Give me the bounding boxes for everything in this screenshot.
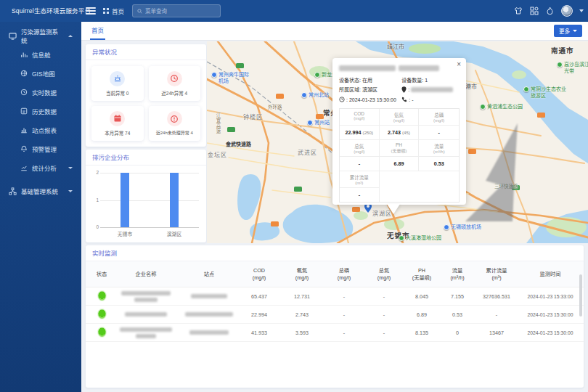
company-name-redacted [125, 312, 167, 317]
topbar-actions [513, 0, 584, 22]
monitor-system-icon [9, 32, 17, 40]
device-count-label: 设备数量: [401, 75, 423, 85]
abnormal-cards: 当前异常 0 近24h异常 4 本月异常 74 [86, 60, 206, 147]
globe-icon [20, 70, 28, 77]
user-menu-chevron-down-icon[interactable] [579, 9, 584, 12]
flame-icon[interactable] [545, 7, 555, 16]
tab-bar: 首页 更多 [81, 22, 588, 41]
status-dot-green [98, 327, 106, 337]
chevron-down-icon [68, 190, 73, 192]
y-tick: 1 [91, 197, 99, 203]
status-dot-green [98, 291, 106, 301]
realtime-monitor-panel: 实时监测 状态 企业名称 站点 COD(mg/l) 氨氮(mg/l) 总磷(mg… [86, 245, 584, 388]
region-value: 滨湖区 [362, 85, 377, 94]
card-24h-abnormal[interactable]: 近24h异常 4 [149, 66, 201, 101]
enterprise-chart-panel: 排污企业分布 2 1 0 无锡市 滨湖区 [86, 150, 206, 242]
layout-widgets-icon[interactable] [529, 7, 539, 16]
user-avatar[interactable] [561, 5, 573, 17]
chevron-up-icon [68, 35, 73, 37]
table-row[interactable]: 22.994 2.743 - - 6.89 0.53 - 2024-01-23 … [86, 306, 584, 324]
search-icon [137, 8, 142, 15]
bar-wuxi [121, 173, 129, 227]
app-logo: Squirrel生态环境云服务平台 [12, 0, 91, 22]
device-count-value: 1 [425, 75, 428, 85]
hamburger-menu-icon[interactable] [86, 6, 96, 16]
map-canvas[interactable]: 靖江市 南通市 高沙岛滨江风光带 常州奔牛国际机场 新龙生态林 常阴沙生态农业旅… [207, 41, 588, 243]
monitor-table-header: 状态 企业名称 站点 COD(mg/l) 氨氮(mg/l) 总磷(mg/l) 总… [86, 261, 584, 287]
sidebar-section-label: 污染源监测系统 [21, 27, 64, 44]
table-row[interactable]: 41.933 3.593 - - 8.135 0 13467 2024-01-2… [86, 324, 584, 342]
siren-icon [110, 71, 125, 86]
popup-title-redacted [339, 65, 460, 71]
abnormal-panel-title: 异常状况 [86, 44, 206, 60]
table-row[interactable]: 65.437 12.731 - - 8.045 7.155 327636.531… [86, 287, 584, 306]
breadcrumb-home[interactable]: 首页 [103, 0, 124, 22]
sidebar-item-alert-manage[interactable]: 预警管理 [0, 139, 81, 158]
line-chart-icon [20, 164, 28, 171]
region-label: 所属区域: [339, 85, 361, 94]
calendar-icon [110, 111, 125, 126]
tab-home[interactable]: 首页 [89, 22, 107, 40]
y-tick: 2 [91, 170, 99, 175]
device-info-popup: × 设备状态: 在用 设备数量: 1 [332, 58, 466, 205]
bar-binhu [170, 173, 179, 227]
exclamation-circle-icon [167, 111, 182, 126]
monitor-panel-title: 实时监测 [86, 245, 584, 261]
chevron-down-icon [573, 30, 577, 32]
company-name-redacted [112, 327, 180, 338]
report-chart-icon [20, 126, 28, 134]
x-axis-labels: 无锡市 滨湖区 [100, 230, 199, 237]
topbar: Squirrel生态环境云服务平台 首页 [0, 0, 588, 22]
sidebar: 污染源监测系统 信息舱 GIS地图 实时数据 历史数据 站点报表 预警管理 [0, 22, 81, 392]
vertical-scrollbar[interactable] [579, 274, 582, 317]
menu-search[interactable] [132, 4, 221, 17]
chart-panel-title: 排污企业分布 [86, 150, 206, 166]
company-name-redacted [112, 291, 180, 302]
status-dot-green [98, 309, 106, 319]
search-input[interactable] [145, 8, 216, 15]
location-pin-icon [401, 86, 407, 93]
breadcrumb-home-label: 首页 [112, 7, 124, 15]
station-name-redacted [191, 294, 227, 298]
sidebar-section-pollution-monitor[interactable]: 污染源监测系统 [0, 26, 81, 45]
clock-icon [339, 97, 345, 102]
sidebar-item-station-report[interactable]: 站点报表 [0, 121, 81, 139]
history-icon [20, 107, 28, 115]
more-button[interactable]: 更多 [554, 25, 582, 37]
popup-phone: : - [409, 95, 413, 105]
abnormal-panel: 异常状况 当前异常 0 近24h异常 4 [86, 44, 206, 147]
clock-alert-icon [167, 71, 182, 86]
theme-skin-icon[interactable] [513, 7, 523, 16]
clock-icon [20, 89, 28, 96]
station-name-redacted [189, 330, 229, 335]
sidebar-item-statistics[interactable]: 统计分析 [0, 158, 81, 177]
card-month-abnormal[interactable]: 本月异常 74 [91, 106, 144, 141]
grid-icon [103, 8, 109, 14]
y-tick: 0 [91, 224, 99, 229]
sidebar-section-base-manage[interactable]: 基础管理系统 [0, 181, 81, 200]
sidebar-item-gis-map[interactable]: GIS地图 [0, 64, 81, 83]
address-redacted [411, 87, 453, 92]
card-24h-unhandled-abnormal[interactable]: 近24h未处理异常 4 [149, 106, 201, 141]
sidebar-item-realtime-data[interactable]: 实时数据 [0, 83, 81, 102]
card-current-abnormal[interactable]: 当前异常 0 [91, 66, 144, 101]
close-icon[interactable]: × [457, 60, 461, 68]
bell-icon [20, 145, 28, 152]
sidebar-item-history-data[interactable]: 历史数据 [0, 102, 81, 121]
station-name-redacted [185, 312, 233, 317]
popup-time: : 2024-01-23 15:30:00 [346, 95, 396, 105]
tab-active-underline [90, 38, 105, 40]
device-status-label: 设备状态: [339, 75, 361, 85]
phone-icon [401, 97, 407, 102]
chevron-down-icon [68, 167, 73, 169]
app-root: Squirrel生态环境云服务平台 首页 污染源监测系 [0, 0, 588, 392]
org-tree-icon [9, 187, 17, 195]
popup-metrics-table: COD(mg/l) 氨氮(mg/l) 总磷(mg/l) 22.994 (250)… [339, 108, 460, 203]
popup-tail [387, 204, 400, 214]
device-status-value: 在用 [362, 75, 372, 85]
bar-chart: 2 1 0 [100, 173, 199, 228]
info-cabin-icon [20, 51, 28, 58]
main-content: 异常状况 当前异常 0 近24h异常 4 [81, 41, 588, 392]
sidebar-item-info-cabin[interactable]: 信息舱 [0, 45, 81, 64]
